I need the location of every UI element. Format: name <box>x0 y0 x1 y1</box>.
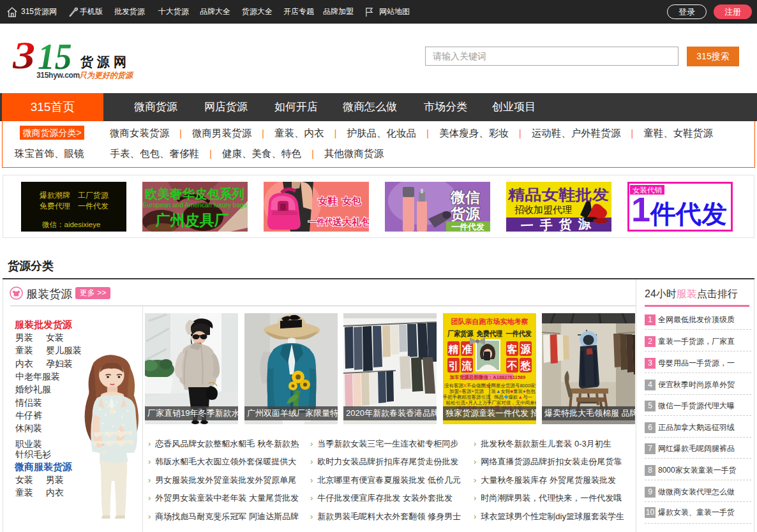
svg-text:货源: 货源 <box>450 205 481 222</box>
svg-text:微信: 微信 <box>450 189 480 205</box>
svg-text:引: 引 <box>449 360 459 371</box>
svg-text:加盟●客源+货源: 加盟●客源+货源 <box>449 388 484 394</box>
svg-text:一件代发: 一件代发 <box>451 222 484 232</box>
svg-text:装▲女鞋■童装●包包: 装▲女鞋■童装●包包 <box>491 388 536 394</box>
svg-text:不: 不 <box>507 360 518 371</box>
svg-text:广州皮具厂: 广州皮具厂 <box>155 212 229 228</box>
svg-text:爆款潮牌 工厂货源: 爆款潮牌 工厂货源 <box>40 191 109 200</box>
svg-text:饰品◆爆款▲与一: 饰品◆爆款▲与一 <box>493 394 532 400</box>
svg-text:准: 准 <box>462 344 473 355</box>
svg-text:愁: 愁 <box>520 360 531 371</box>
svg-text:手把手教精准客源引流: 手把手教精准客源引流 <box>443 394 491 400</box>
svg-text:全网最全货源号8000家女: 全网最全货源号8000家女 <box>486 383 536 388</box>
svg-text:件代发: 件代发 <box>649 200 727 228</box>
svg-text:European and American luxury b: European and American luxury bags <box>143 201 247 209</box>
svg-text:客: 客 <box>507 343 518 355</box>
svg-text:团队亲自跑市场实地考察: 团队亲自跑市场实地考察 <box>451 318 528 325</box>
svg-text:轻松引流●月入上万: 轻松引流●月入上万 <box>446 400 488 406</box>
svg-text:流: 流 <box>461 360 472 371</box>
svg-text:女鞋 女包: 女鞋 女包 <box>317 195 362 206</box>
svg-text:送大礼包: 送大礼包 <box>332 216 369 227</box>
svg-text:精品女鞋批发: 精品女鞋批发 <box>507 186 609 203</box>
svg-text:招收加盟代理: 招收加盟代理 <box>514 204 572 215</box>
svg-text:1: 1 <box>631 190 650 228</box>
svg-text:加车货源总部微信：A18827611589: 加车货源总部微信：A18827611589 <box>449 374 525 380</box>
svg-text:手厂家对接，无中间差价: 手厂家对接，无中间差价 <box>487 400 536 406</box>
svg-text:免费代理 一件代发: 免费代理 一件代发 <box>40 202 109 211</box>
svg-text:微信：aidesixieye: 微信：aidesixieye <box>41 221 100 228</box>
svg-text:源: 源 <box>520 344 532 355</box>
svg-text:没有客源X不会做圈X: 没有客源X不会做圈X <box>444 383 489 388</box>
svg-text:厂家货源 免费代理 一件代发: 厂家货源 免费代理 一件代发 <box>447 329 532 338</box>
svg-text:欧美奢华皮包系列: 欧美奢华皮包系列 <box>145 187 244 201</box>
svg-text:精: 精 <box>448 344 459 355</box>
